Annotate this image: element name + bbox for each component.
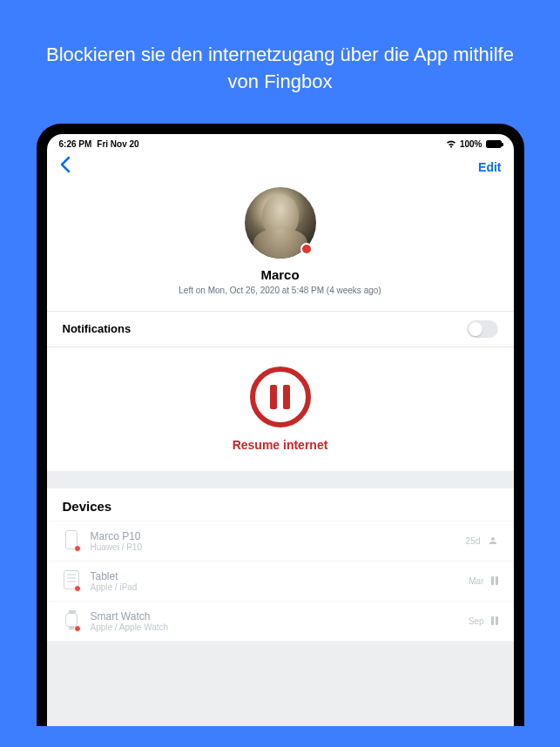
profile-section: Marco Left on Mon, Oct 26, 2020 at 5:48 … xyxy=(47,187,514,311)
device-meta-time: Mar xyxy=(469,576,483,586)
device-subtitle: Apple / iPad xyxy=(91,582,459,592)
status-date: Fri Nov 20 xyxy=(97,139,138,149)
section-divider xyxy=(47,471,514,488)
avatar[interactable] xyxy=(245,187,316,259)
device-name: Smart Watch xyxy=(91,610,458,622)
device-meta-time: Sep xyxy=(469,616,484,626)
chevron-left-icon xyxy=(59,156,71,173)
device-subtitle: Huawei / P10 xyxy=(91,542,455,552)
devices-header: Devices xyxy=(47,488,514,521)
tablet-frame: 6:26 PM Fri Nov 20 100% Edit Marco Left … xyxy=(37,124,524,726)
app-screen: 6:26 PM Fri Nov 20 100% Edit Marco Left … xyxy=(47,134,514,726)
tablet-icon xyxy=(63,570,80,591)
battery-percent: 100% xyxy=(460,139,482,149)
device-name: Marco P10 xyxy=(91,530,455,542)
pause-icon xyxy=(270,385,290,409)
phone-icon xyxy=(63,530,80,551)
notifications-row: Notifications xyxy=(47,311,514,347)
device-row[interactable]: Smart Watch Apple / Apple Watch Sep xyxy=(47,601,514,641)
device-meta-time: 25d xyxy=(466,536,481,546)
person-icon xyxy=(488,535,498,546)
status-time: 6:26 PM xyxy=(59,139,92,149)
resume-internet-section: Resume internet xyxy=(47,347,514,471)
resume-internet-button[interactable] xyxy=(250,367,311,427)
wifi-icon xyxy=(446,140,456,148)
pause-icon xyxy=(491,576,498,585)
notifications-toggle[interactable] xyxy=(467,320,498,338)
notifications-label: Notifications xyxy=(63,322,132,335)
back-button[interactable] xyxy=(59,156,71,178)
marketing-headline: Blockieren sie den internetzugang über d… xyxy=(0,0,560,124)
pause-icon xyxy=(491,616,498,625)
nav-bar: Edit xyxy=(47,151,514,187)
presence-dot-icon xyxy=(300,243,313,255)
device-name: Tablet xyxy=(91,570,459,582)
watch-icon xyxy=(63,610,80,631)
resume-internet-label: Resume internet xyxy=(47,438,514,452)
profile-subtitle: Left on Mon, Oct 26, 2020 at 5:48 PM (4 … xyxy=(47,286,514,295)
edit-button[interactable]: Edit xyxy=(478,160,501,174)
bottom-spacer xyxy=(47,641,514,726)
profile-name: Marco xyxy=(47,267,514,282)
device-row[interactable]: Tablet Apple / iPad Mar xyxy=(47,561,514,601)
device-row[interactable]: Marco P10 Huawei / P10 25d xyxy=(47,521,514,561)
device-subtitle: Apple / Apple Watch xyxy=(91,622,458,632)
battery-icon xyxy=(486,140,502,148)
status-bar: 6:26 PM Fri Nov 20 100% xyxy=(47,134,514,151)
